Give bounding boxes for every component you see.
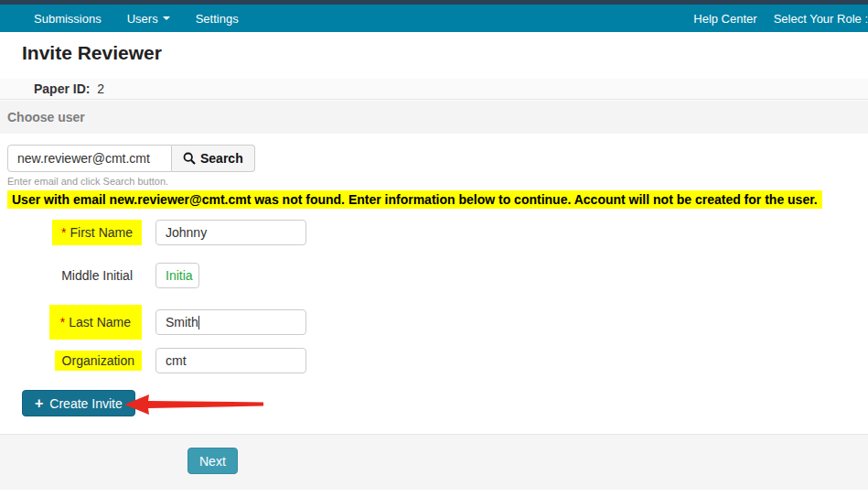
middle-initial-label: Middle Initial [52, 263, 142, 288]
search-helper-text: Enter email and click Search button. [7, 176, 168, 187]
organization-value: cmt [166, 353, 187, 368]
middle-initial-placeholder: Initia [166, 268, 193, 283]
footer-band [0, 434, 868, 490]
first-name-label: *First Name [52, 220, 142, 245]
form-row-middle-initial: Middle Initial Initia [0, 263, 199, 288]
nav-item-settings[interactable]: Settings [183, 5, 252, 32]
organization-label-cell: Organization [0, 351, 142, 371]
required-asterisk: * [61, 225, 66, 240]
select-role-label: Select Your Role : [774, 12, 868, 26]
organization-input[interactable]: cmt [155, 348, 306, 373]
navbar-left: Submissions Users Settings [34, 5, 252, 32]
last-name-label-text: Last Name [69, 315, 131, 330]
form-row-first-name: *First Name Johnny [0, 220, 306, 245]
first-name-value: Johnny [166, 225, 207, 240]
plus-icon: + [35, 396, 43, 411]
create-invite-label: Create Invite [49, 396, 122, 411]
email-search-group: new.reviewer@cmt.cmt Search [7, 145, 255, 172]
help-center-label: Help Center [693, 12, 756, 26]
choose-user-section-header: Choose user [0, 101, 868, 134]
annotation-arrow-icon [124, 394, 267, 416]
first-name-label-text: First Name [70, 225, 133, 240]
invite-reviewer-page: Submissions Users Settings Help Center S… [0, 0, 868, 497]
create-invite-button[interactable]: + Create Invite [22, 390, 135, 416]
form-row-organization: Organization cmt [0, 348, 306, 373]
search-button[interactable]: Search [172, 145, 255, 172]
email-input[interactable]: new.reviewer@cmt.cmt [7, 145, 172, 172]
page-title: Invite Reviewer [22, 42, 162, 64]
paper-id-label: Paper ID: [34, 81, 90, 96]
search-icon [183, 152, 196, 165]
first-name-label-cell: *First Name [0, 220, 142, 245]
paper-id-value: 2 [97, 81, 104, 96]
user-not-found-message: User with email new.reviewer@cmt.cmt was… [7, 190, 822, 209]
search-button-label: Search [200, 151, 243, 166]
last-name-label: *Last Name [49, 305, 142, 340]
form-row-last-name: *Last Name Smith [0, 305, 306, 340]
organization-label: Organization [55, 351, 142, 371]
chevron-down-icon [163, 16, 170, 20]
choose-user-title: Choose user [7, 110, 85, 124]
middle-initial-input[interactable]: Initia [155, 263, 199, 288]
nav-users-label: Users [127, 12, 158, 26]
next-button[interactable]: Next [188, 448, 238, 474]
navbar-right: Help Center Select Your Role : [685, 5, 868, 32]
middle-initial-label-cell: Middle Initial [0, 263, 142, 288]
main-navbar: Submissions Users Settings Help Center S… [0, 5, 868, 32]
nav-item-help-center[interactable]: Help Center [685, 5, 765, 32]
nav-item-submissions[interactable]: Submissions [34, 5, 114, 32]
paper-id-band: Paper ID: 2 [0, 79, 868, 100]
last-name-value: Smith [166, 315, 198, 330]
required-asterisk: * [60, 315, 65, 330]
nav-item-users[interactable]: Users [114, 5, 183, 32]
next-button-label: Next [199, 454, 226, 469]
nav-settings-label: Settings [196, 12, 239, 26]
nav-submissions-label: Submissions [34, 12, 102, 26]
email-input-value: new.reviewer@cmt.cmt [17, 151, 150, 166]
last-name-input[interactable]: Smith [155, 309, 306, 335]
first-name-input[interactable]: Johnny [155, 220, 306, 245]
nav-item-select-role[interactable]: Select Your Role : [766, 5, 868, 32]
last-name-label-cell: *Last Name [0, 305, 142, 340]
text-cursor [198, 316, 199, 330]
paper-id-text: Paper ID: 2 [34, 81, 104, 96]
